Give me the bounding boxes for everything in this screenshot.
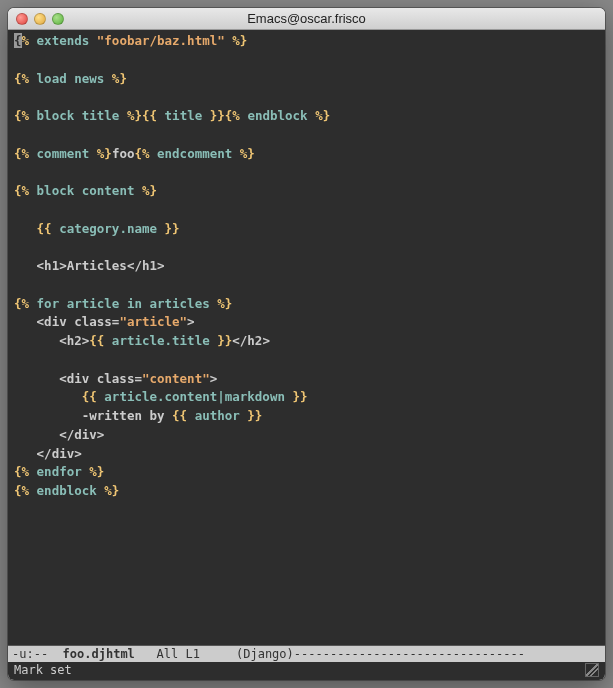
modeline-mode: (Django) <box>236 647 294 661</box>
modeline-filename: foo.djhtml <box>63 647 135 661</box>
html-text: </div> <box>59 427 104 442</box>
tag-keyword: endcomment <box>157 146 232 161</box>
tag-keyword: endblock <box>37 483 97 498</box>
html-text: > <box>187 314 195 329</box>
titlebar[interactable]: Emacs@oscar.frisco <box>8 8 605 30</box>
html-text: <h2> <box>59 333 89 348</box>
tag-keyword: load news <box>37 71 105 86</box>
window-title: Emacs@oscar.frisco <box>8 11 605 26</box>
modeline-position: All L1 <box>135 647 229 661</box>
html-text: > <box>210 371 218 386</box>
tag-keyword: comment <box>37 146 90 161</box>
variable: article.title <box>112 333 210 348</box>
variable: category.name <box>59 221 157 236</box>
text: foo <box>112 146 135 161</box>
tag-keyword: extends <box>37 33 90 48</box>
tag-keyword: endblock <box>247 108 307 123</box>
text: -written by <box>82 408 172 423</box>
html-text: <div class= <box>59 371 142 386</box>
minibuffer-text: Mark set <box>14 663 72 677</box>
modeline-fill: -------------------------------- <box>294 647 525 661</box>
variable: title <box>165 108 203 123</box>
editor-area[interactable]: {% extends "foobar/baz.html" %} {% load … <box>8 30 605 645</box>
emacs-window: Emacs@oscar.frisco {% extends "foobar/ba… <box>8 8 605 680</box>
minimize-icon[interactable] <box>34 13 46 25</box>
tag-keyword: block content <box>37 183 135 198</box>
string-literal: "foobar/baz.html" <box>97 33 225 48</box>
variable: article.content|markdown <box>104 389 285 404</box>
zoom-icon[interactable] <box>52 13 64 25</box>
modeline[interactable]: -u:-- foo.djhtml All L1 (Django)--------… <box>8 645 605 662</box>
close-icon[interactable] <box>16 13 28 25</box>
tag-keyword: endfor <box>37 464 82 479</box>
resize-handle-icon[interactable] <box>585 663 599 677</box>
modeline-status: -u:-- <box>12 647 55 661</box>
cursor: { <box>14 33 22 48</box>
tag-keyword: block title <box>37 108 120 123</box>
tag-keyword: for article in articles <box>37 296 210 311</box>
html-text: <div class= <box>37 314 120 329</box>
string-literal: "content" <box>142 371 210 386</box>
html-text: </div> <box>37 446 82 461</box>
string-literal: "article" <box>119 314 187 329</box>
html-text: <h1>Articles</h1> <box>37 258 165 273</box>
minibuffer[interactable]: Mark set <box>8 662 605 680</box>
window-controls <box>16 13 64 25</box>
html-text: </h2> <box>232 333 270 348</box>
variable: author <box>195 408 240 423</box>
